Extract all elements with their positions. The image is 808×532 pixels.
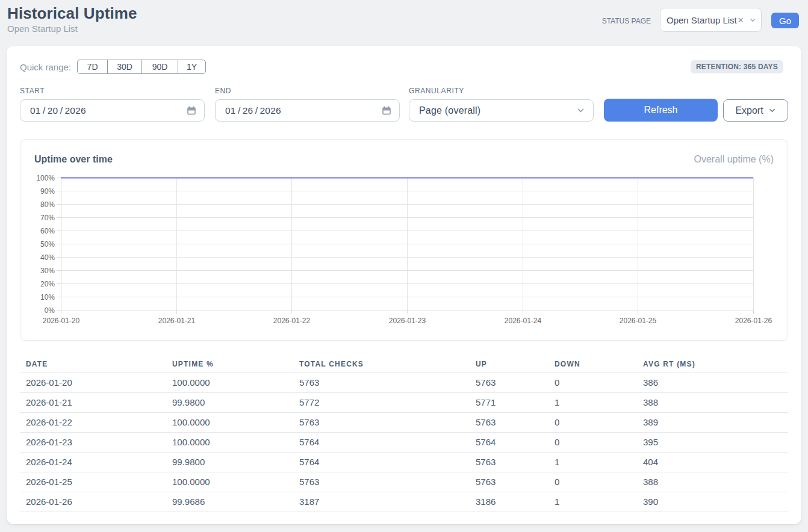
svg-text:2026-01-22: 2026-01-22: [273, 317, 311, 325]
svg-text:30%: 30%: [40, 267, 55, 275]
svg-text:2026-01-24: 2026-01-24: [505, 317, 542, 325]
svg-text:40%: 40%: [40, 253, 55, 262]
svg-text:2026-01-23: 2026-01-23: [389, 317, 426, 325]
svg-text:50%: 50%: [40, 240, 55, 249]
svg-text:10%: 10%: [40, 293, 55, 302]
svg-text:2026-01-20: 2026-01-20: [43, 317, 80, 325]
svg-text:60%: 60%: [40, 227, 55, 235]
svg-text:20%: 20%: [40, 280, 55, 288]
svg-text:0%: 0%: [45, 306, 55, 315]
svg-text:90%: 90%: [40, 187, 55, 196]
svg-text:100%: 100%: [36, 174, 55, 182]
svg-text:80%: 80%: [40, 200, 55, 209]
svg-text:70%: 70%: [40, 214, 55, 222]
svg-text:2026-01-26: 2026-01-26: [735, 317, 772, 325]
svg-text:2026-01-25: 2026-01-25: [620, 317, 657, 325]
svg-text:2026-01-21: 2026-01-21: [158, 317, 196, 325]
